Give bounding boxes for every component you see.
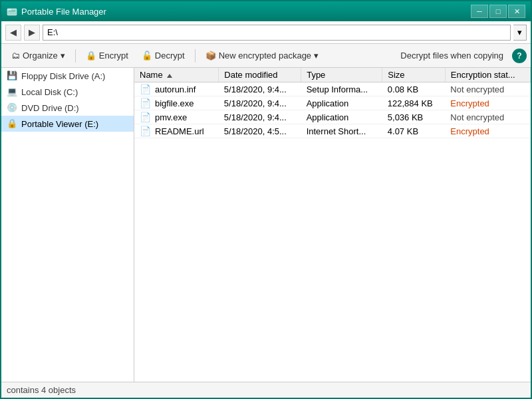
encrypt-label: Encrypt — [99, 51, 128, 61]
forward-button[interactable]: ▶ — [24, 25, 40, 41]
separator-2 — [195, 49, 196, 63]
encrypt-button[interactable]: 🔒 Encrypt — [80, 47, 134, 65]
file-name-cell: 📄 autorun.inf — [134, 82, 219, 96]
decrypt-button[interactable]: 🔓 Decrypt — [136, 47, 191, 65]
new-encrypted-label: New encrypted package — [219, 51, 311, 61]
file-modified-cell: 5/18/2020, 9:4... — [219, 110, 301, 124]
sidebar-item-local-c[interactable]: 💻 Local Disk (C:) — [1, 84, 134, 100]
address-dropdown-button[interactable]: ▾ — [513, 25, 527, 41]
file-size: 4.07 KB — [388, 126, 418, 136]
app-icon — [7, 6, 17, 17]
column-encryption-label: Encryption stat... — [451, 70, 515, 80]
dvd-icon: 💿 — [7, 102, 17, 113]
svg-rect-2 — [9, 11, 15, 11]
main-window: Portable File Manager ─ □ ✕ ◀ ▶ ▾ 🗂 Orga… — [0, 0, 532, 399]
table-row[interactable]: 📄 README.url 5/18/2020, 4:5... Internet … — [134, 124, 531, 138]
file-encryption-status: Not encrypted — [450, 84, 504, 94]
sort-arrow-icon — [167, 74, 172, 78]
toolbar: 🗂 Organize ▾ 🔒 Encrypt 🔓 Decrypt 📦 New e… — [1, 44, 531, 68]
new-encrypted-button[interactable]: 📦 New encrypted package ▾ — [200, 47, 325, 65]
file-size-cell: 5,036 KB — [382, 110, 446, 124]
organize-button[interactable]: 🗂 Organize ▾ — [5, 47, 71, 65]
file-list: Name Date modified Type Size — [134, 68, 531, 382]
sidebar-item-dvd-d-label: DVD Drive (D:) — [21, 103, 79, 113]
file-type-cell: Application — [301, 96, 382, 110]
file-name-cell: 📄 bigfile.exe — [134, 96, 219, 110]
file-modified-cell: 5/18/2020, 4:5... — [219, 124, 301, 138]
file-size-cell: 0.08 KB — [382, 82, 446, 96]
table-row[interactable]: 📄 bigfile.exe 5/18/2020, 9:4... Applicat… — [134, 96, 531, 110]
help-button[interactable]: ? — [512, 49, 527, 63]
file-icon: 📄 — [140, 84, 151, 94]
file-table: Name Date modified Type Size — [134, 68, 531, 138]
column-name-label: Name — [140, 70, 163, 80]
svg-rect-1 — [7, 9, 11, 11]
status-text: contains 4 objects — [7, 385, 76, 395]
close-button[interactable]: ✕ — [508, 5, 525, 18]
file-size: 5,036 KB — [388, 112, 424, 122]
file-icon-name: 📄 bigfile.exe — [140, 98, 194, 108]
sidebar-item-local-c-label: Local Disk (C:) — [21, 87, 78, 97]
column-name[interactable]: Name — [134, 68, 219, 82]
decrypt-files-button[interactable]: Decrypt files when copying — [393, 47, 511, 65]
file-name: autorun.inf — [155, 84, 196, 94]
sidebar-item-floppy-label: Floppy Disk Drive (A:) — [21, 71, 105, 81]
file-modified-cell: 5/18/2020, 9:4... — [219, 96, 301, 110]
organize-label: Organize — [23, 51, 58, 61]
table-row[interactable]: 📄 pmv.exe 5/18/2020, 9:4... Application … — [134, 110, 531, 124]
column-modified-label: Date modified — [224, 70, 277, 80]
content-area: 💾 Floppy Disk Drive (A:) 💻 Local Disk (C… — [1, 68, 531, 382]
title-bar: Portable File Manager ─ □ ✕ — [1, 1, 531, 21]
lock-drive-icon: 🔒 — [7, 118, 17, 129]
file-type: Setup Informa... — [307, 84, 368, 94]
file-icon: 📄 — [140, 98, 151, 108]
sidebar-item-dvd-d[interactable]: 💿 DVD Drive (D:) — [1, 100, 134, 116]
table-header-row: Name Date modified Type Size — [134, 68, 531, 82]
drive-c-icon: 💻 — [7, 86, 17, 97]
file-size: 122,884 KB — [388, 98, 433, 108]
main-panel: Name Date modified Type Size — [134, 68, 531, 382]
column-modified[interactable]: Date modified — [219, 68, 301, 82]
file-type: Internet Short... — [307, 126, 366, 136]
window-controls: ─ □ ✕ — [471, 5, 525, 18]
decrypt-label: Decrypt — [155, 51, 185, 61]
minimize-button[interactable]: ─ — [471, 5, 488, 18]
file-size-cell: 122,884 KB — [382, 96, 446, 110]
column-type[interactable]: Type — [301, 68, 382, 82]
file-encryption-status: Encrypted — [450, 126, 489, 136]
file-modified-cell: 5/18/2020, 9:4... — [219, 82, 301, 96]
address-bar: ◀ ▶ ▾ — [1, 21, 531, 44]
floppy-icon: 💾 — [7, 70, 17, 81]
file-icon-name: 📄 README.url — [140, 126, 204, 136]
sidebar-item-floppy[interactable]: 💾 Floppy Disk Drive (A:) — [1, 68, 134, 84]
column-encryption[interactable]: Encryption stat... — [445, 68, 530, 82]
file-size-cell: 4.07 KB — [382, 124, 446, 138]
column-type-label: Type — [307, 70, 325, 80]
folder-icon: 🗂 — [11, 51, 20, 61]
decrypt-copy-label: Decrypt files when copying — [400, 51, 503, 61]
file-type-cell: Setup Informa... — [301, 82, 382, 96]
encrypt-icon: 🔒 — [86, 51, 96, 61]
file-type: Application — [307, 98, 349, 108]
file-icon: 📄 — [140, 112, 151, 122]
status-bar: contains 4 objects — [1, 382, 531, 398]
column-size[interactable]: Size — [382, 68, 446, 82]
file-encryption-cell: Encrypted — [445, 96, 530, 110]
decrypt-icon: 🔓 — [142, 51, 152, 61]
maximize-button[interactable]: □ — [489, 5, 507, 18]
file-modified: 5/18/2020, 4:5... — [224, 126, 287, 136]
back-button[interactable]: ◀ — [5, 25, 21, 41]
separator-1 — [75, 49, 76, 63]
file-encryption-cell: Not encrypted — [445, 82, 530, 96]
sidebar-item-portable-e[interactable]: 🔒 Portable Viewer (E:) — [1, 116, 134, 132]
file-icon-name: 📄 autorun.inf — [140, 84, 196, 94]
file-name-cell: 📄 README.url — [134, 124, 219, 138]
file-type-cell: Internet Short... — [301, 124, 382, 138]
file-name: pmv.exe — [155, 112, 187, 122]
address-input[interactable] — [43, 25, 511, 41]
file-name-cell: 📄 pmv.exe — [134, 110, 219, 124]
organize-arrow-icon: ▾ — [61, 51, 65, 61]
table-row[interactable]: 📄 autorun.inf 5/18/2020, 9:4... Setup In… — [134, 82, 531, 96]
new-encrypted-arrow-icon: ▾ — [314, 51, 319, 61]
file-type: Application — [307, 112, 349, 122]
